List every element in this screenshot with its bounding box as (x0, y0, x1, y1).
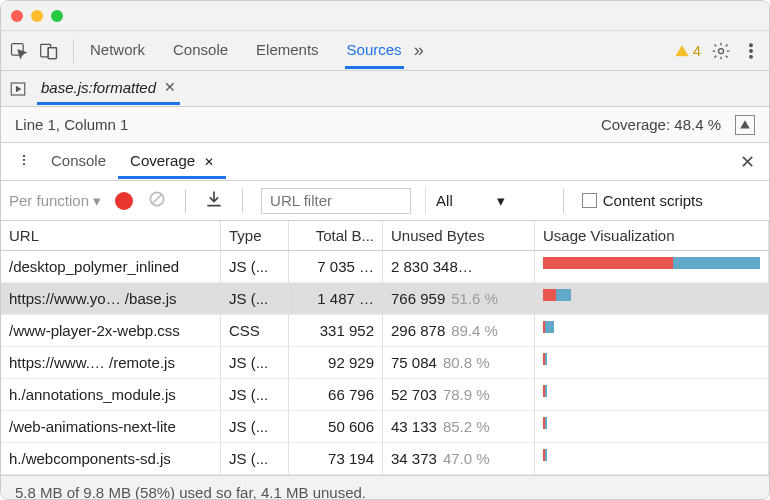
separator (242, 189, 243, 213)
per-function-label: Per function (9, 192, 89, 209)
cursor-position: Line 1, Column 1 (15, 116, 128, 133)
clear-button[interactable] (147, 189, 167, 212)
cell-total: 1 487 … (289, 283, 383, 315)
kebab-icon[interactable] (741, 41, 761, 61)
close-icon[interactable]: ✕ (201, 155, 214, 169)
cell-unused: 43 13385.2 % (383, 411, 535, 443)
chevron-down-icon: ▾ (497, 192, 505, 210)
svg-point-7 (750, 55, 753, 58)
cell-url: /desktop_polymer_inlined (1, 251, 221, 283)
content-scripts-checkbox[interactable]: Content scripts (582, 192, 703, 209)
table-row[interactable]: https://www.… /remote.jsJS (...92 92975 … (1, 347, 769, 379)
cell-unused: 75 08480.8 % (383, 347, 535, 379)
main-tab-sources[interactable]: Sources (345, 33, 404, 69)
col-url[interactable]: URL (1, 221, 221, 250)
cell-type: JS (... (221, 379, 289, 411)
col-type[interactable]: Type (221, 221, 289, 250)
drawer-tab-coverage[interactable]: Coverage ✕ (118, 145, 226, 179)
cell-url: https://www.… /remote.js (1, 347, 221, 379)
cell-total: 331 952 (289, 315, 383, 347)
cell-url: h./annotations_module.js (1, 379, 221, 411)
document-tabs: base.js:formatted ✕ (1, 71, 769, 107)
cell-viz (535, 283, 769, 315)
cell-viz (535, 347, 769, 379)
cell-type: JS (... (221, 443, 289, 475)
main-toolbar: NetworkConsoleElementsSources » 4 (1, 31, 769, 71)
main-tab-elements[interactable]: Elements (254, 33, 321, 69)
table-body: /desktop_polymer_inlinedJS (...7 035 …2 … (1, 251, 769, 475)
cell-unused: 2 830 348… (383, 251, 535, 283)
col-unused[interactable]: Unused Bytes (383, 221, 535, 250)
cell-type: JS (... (221, 347, 289, 379)
main-tabs: NetworkConsoleElementsSources (88, 33, 404, 69)
cell-type: CSS (221, 315, 289, 347)
close-icon[interactable]: ✕ (164, 79, 176, 95)
content-scripts-label: Content scripts (603, 192, 703, 209)
cell-total: 7 035 … (289, 251, 383, 283)
window-minimize[interactable] (31, 10, 43, 22)
cell-viz (535, 443, 769, 475)
document-tab[interactable]: base.js:formatted ✕ (37, 73, 180, 105)
cell-viz (535, 411, 769, 443)
separator (185, 189, 186, 213)
record-button[interactable] (115, 192, 133, 210)
cell-url: /www-player-2x-webp.css (1, 315, 221, 347)
triangle-up-icon (739, 119, 751, 131)
table-row[interactable]: /web-animations-next-liteJS (...50 60643… (1, 411, 769, 443)
device-icon[interactable] (39, 41, 59, 61)
col-viz[interactable]: Usage Visualization (535, 221, 769, 250)
status-bar: Line 1, Column 1 Coverage: 48.4 % (1, 107, 769, 143)
svg-point-5 (750, 43, 753, 46)
col-total[interactable]: Total B... (289, 221, 383, 250)
main-tab-network[interactable]: Network (88, 33, 147, 69)
filter-bar: Per function ▾ All ▾ Content scripts (1, 181, 769, 221)
cell-url: https://www.yo… /base.js (1, 283, 221, 315)
drawer-kebab-icon[interactable] (9, 152, 39, 171)
titlebar (1, 1, 769, 31)
type-filter-label: All (436, 192, 453, 209)
main-tab-console[interactable]: Console (171, 33, 230, 69)
svg-point-11 (23, 163, 25, 165)
cell-viz (535, 315, 769, 347)
window-close[interactable] (11, 10, 23, 22)
separator (563, 189, 564, 213)
drawer-close-icon[interactable]: ✕ (734, 151, 761, 173)
cell-unused: 34 37347.0 % (383, 443, 535, 475)
svg-point-10 (23, 159, 25, 161)
cell-type: JS (... (221, 283, 289, 315)
svg-point-6 (750, 49, 753, 52)
cell-total: 50 606 (289, 411, 383, 443)
drawer-tab-console[interactable]: Console (39, 145, 118, 179)
svg-line-13 (152, 194, 162, 204)
url-filter-input[interactable] (261, 188, 411, 214)
warning-badge[interactable]: 4 (674, 42, 701, 59)
cell-total: 66 796 (289, 379, 383, 411)
cell-type: JS (... (221, 251, 289, 283)
overflow-icon[interactable]: » (414, 40, 424, 61)
svg-point-4 (719, 48, 724, 53)
table-row[interactable]: /www-player-2x-webp.cssCSS331 952296 878… (1, 315, 769, 347)
footer-text: 5.8 MB of 9.8 MB (58%) used so far, 4.1 … (15, 484, 366, 500)
gear-icon[interactable] (711, 41, 731, 61)
coverage-table: URL Type Total B... Unused Bytes Usage V… (1, 221, 769, 475)
table-row[interactable]: h./webcomponents-sd.jsJS (...73 19434 37… (1, 443, 769, 475)
table-row[interactable]: /desktop_polymer_inlinedJS (...7 035 …2 … (1, 251, 769, 283)
svg-rect-2 (48, 47, 56, 58)
window-zoom[interactable] (51, 10, 63, 22)
cell-unused: 766 95951.6 % (383, 283, 535, 315)
inspect-icon[interactable] (9, 41, 29, 61)
svg-point-9 (23, 155, 25, 157)
show-navigator-icon[interactable] (9, 80, 27, 98)
table-row[interactable]: h./annotations_module.jsJS (...66 79652 … (1, 379, 769, 411)
table-header: URL Type Total B... Unused Bytes Usage V… (1, 221, 769, 251)
per-function-dropdown[interactable]: Per function ▾ (9, 192, 101, 210)
cell-unused: 52 70378.9 % (383, 379, 535, 411)
export-button[interactable] (204, 189, 224, 212)
cell-url: h./webcomponents-sd.js (1, 443, 221, 475)
type-filter-dropdown[interactable]: All ▾ (425, 188, 545, 214)
toggle-coverage-button[interactable] (735, 115, 755, 135)
cell-total: 73 194 (289, 443, 383, 475)
cell-type: JS (... (221, 411, 289, 443)
warning-count: 4 (693, 42, 701, 59)
table-row[interactable]: https://www.yo… /base.jsJS (...1 487 …76… (1, 283, 769, 315)
